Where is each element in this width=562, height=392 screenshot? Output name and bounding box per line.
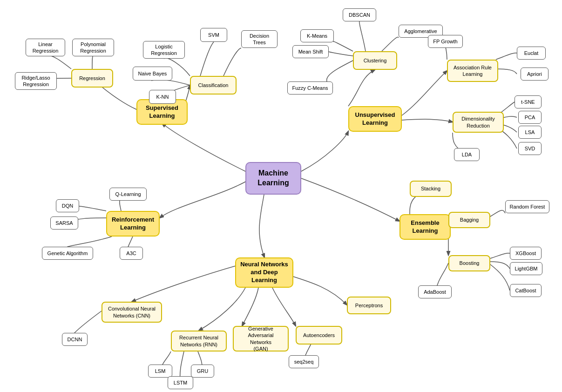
node-genetic: Genetic Algorithm — [42, 247, 93, 260]
node-tsne: t-SNE — [515, 95, 542, 108]
node-regression: Regression — [71, 69, 113, 88]
node-stacking: Stacking — [410, 181, 452, 197]
node-lsm: LSM — [148, 365, 172, 378]
node-pca: PCA — [518, 111, 542, 124]
node-unsupervised: Unsupervised Learning — [348, 106, 402, 132]
node-autoencoders: Autoencoders — [296, 326, 342, 345]
node-sarsa: SARSA — [50, 216, 78, 230]
node-reinforcement: Reinforcement Learning — [106, 211, 160, 237]
node-svm: SVM — [200, 28, 227, 42]
node-ensemble: Ensemble Learning — [399, 214, 451, 240]
node-a3c: A3C — [120, 247, 143, 260]
node-bagging: Bagging — [448, 212, 490, 228]
node-rnn: Recurrent Neural Networks (RNN) — [171, 331, 227, 351]
node-k_means: K-Means — [300, 29, 334, 42]
node-seq2seq: seq2seq — [289, 355, 319, 368]
node-ridge_lasso: Ridge/Lasso Regression — [15, 72, 57, 90]
node-neural: Neural Networks and Deep Learning — [235, 257, 293, 288]
node-lightgbm: LightGBM — [510, 262, 542, 275]
node-dim_reduction: Dimensionality Reduction — [453, 112, 504, 133]
node-assoc_rule: Association Rule Learning — [447, 60, 498, 82]
node-lstm: LSTM — [168, 376, 193, 389]
node-fuzzy_cmeans: Fuzzy C-Means — [287, 81, 333, 95]
node-mean_shift: Mean Shift — [292, 45, 329, 58]
node-euclat: Euclat — [517, 47, 546, 60]
node-svd: SVD — [518, 142, 542, 155]
node-gan: Generative Adversarial Networks (GAN) — [233, 326, 289, 351]
node-lda: LDA — [454, 148, 480, 161]
node-logistic_reg: Logistic Regression — [143, 41, 185, 59]
node-gru: GRU — [191, 365, 214, 378]
node-poly_reg: Polynomial Regression — [72, 39, 114, 56]
node-knn: K-NN — [149, 90, 176, 104]
node-decision_trees: Decision Trees — [241, 30, 278, 48]
node-random_forest: Random Forest — [505, 200, 549, 213]
node-linear_reg: Linear Regression — [26, 39, 65, 56]
node-dcnn: DCNN — [62, 333, 88, 346]
node-dqn: DQN — [56, 199, 79, 212]
node-adaboost: AdaBoost — [418, 285, 452, 298]
node-q_learning: Q-Learning — [109, 188, 147, 201]
node-boosting: Boosting — [448, 255, 490, 271]
mindmap-canvas: Machine LearningSupervised LearningUnsup… — [0, 0, 562, 392]
node-dbscan: DBSCAN — [343, 8, 376, 21]
node-machine_learning: Machine Learning — [245, 162, 301, 195]
node-xgboost: XGBoost — [510, 247, 542, 260]
node-cnn: Convolutional Neural Networks (CNN) — [102, 302, 162, 323]
node-clustering: Clustering — [353, 51, 397, 70]
node-naive_bayes: Naive Bayes — [133, 67, 172, 81]
node-classification: Classification — [190, 76, 237, 95]
node-apriori: Apriori — [521, 68, 548, 81]
node-catboost: CatBoost — [510, 284, 542, 297]
node-perceptrons: Perceptrons — [347, 297, 391, 314]
node-fp_growth: FP Growth — [428, 35, 463, 48]
node-lsa: LSA — [518, 126, 542, 139]
